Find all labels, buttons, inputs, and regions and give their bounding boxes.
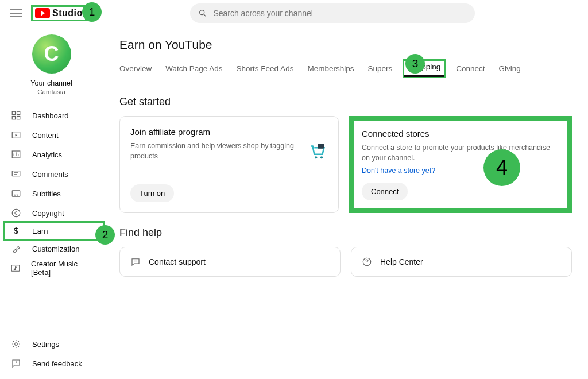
affiliate-card: Join affiliate program Earn commission a… [119,116,339,213]
sidebar-item-label: Analytics [32,150,62,159]
sidebar-item-customization[interactable]: Customization [0,239,103,258]
subtitles-icon [10,188,22,199]
channel-subtitle: Camtasia [37,88,65,95]
svg-rect-3 [12,117,15,119]
help-center-label: Help Center [380,257,423,266]
sidebar-item-label: Send feedback [32,359,82,368]
search-bar[interactable] [190,3,475,23]
sidebar-item-label: Creator Music [Beta] [31,260,92,277]
sidebar-item-label: Content [32,131,59,140]
turn-on-button[interactable]: Turn on [130,184,174,202]
chat-icon [129,256,142,268]
contact-support-label: Contact support [149,257,206,266]
youtube-play-icon [35,8,50,18]
sidebar-item-label: Settings [32,340,59,349]
studio-logo[interactable]: Studio [31,5,87,21]
tab-shopping[interactable]: Shopping [403,59,446,78]
get-started-cards: Join affiliate program Earn commission a… [119,116,572,213]
header: Studio [0,0,588,26]
svg-point-13 [315,156,317,158]
help-icon [361,256,373,268]
sidebar: C Your channel Camtasia Dashboard Conten… [0,26,103,379]
affiliate-card-title: Join affiliate program [130,127,328,137]
connected-stores-card: Connected stores Connect a store to prom… [349,116,572,213]
svg-point-9 [12,209,20,217]
help-center-card[interactable]: Help Center [351,247,572,277]
svg-rect-8 [12,191,20,197]
sidebar-item-subtitles[interactable]: Subtitles [0,184,103,203]
tab-supers[interactable]: Supers [368,61,392,82]
sidebar-item-comments[interactable]: Comments [0,164,103,184]
sidebar-item-label: Earn [32,227,48,235]
sidebar-item-content[interactable]: Content [0,125,103,145]
tab-connect[interactable]: Connect [456,61,485,82]
tab-giving[interactable]: Giving [499,61,521,82]
contact-support-card[interactable]: Contact support [119,247,341,277]
affiliate-card-desc: Earn commission and help viewers shop by… [130,141,301,161]
tabs: Overview Watch Page Ads Shorts Feed Ads … [103,61,588,82]
feedback-icon [10,358,22,369]
search-wrap [190,3,475,23]
section-find-help-title: Find help [119,227,572,239]
sidebar-bottom: Settings Send feedback [0,331,103,379]
dashboard-icon [10,110,22,121]
svg-rect-7 [12,171,20,176]
hamburger-icon [10,9,22,17]
sidebar-item-creator-music[interactable]: Creator Music [Beta] [0,258,103,278]
tab-shorts-feed-ads[interactable]: Shorts Feed Ads [237,61,294,82]
svg-point-14 [320,156,323,158]
sidebar-item-label: Comments [32,170,68,179]
connected-stores-title: Connected stores [362,129,559,138]
svg-rect-15 [318,144,324,149]
avatar-letter: C [44,42,59,66]
search-icon [198,9,207,18]
channel-title: Your channel [30,79,72,87]
hamburger-menu-button[interactable] [9,6,23,20]
section-get-started-title: Get started [119,96,572,108]
sidebar-item-copyright[interactable]: Copyright [0,203,103,223]
sidebar-item-label: Customization [32,245,79,253]
connected-stores-desc: Connect a store to promote your products… [362,143,559,163]
studio-logo-text: Studio [52,8,83,18]
earn-icon [10,225,22,237]
tab-memberships[interactable]: Memberships [307,61,354,82]
svg-point-12 [15,343,18,346]
main-content: Earn on YouTube Overview Watch Page Ads … [103,26,588,379]
sidebar-item-feedback[interactable]: Send feedback [0,354,103,373]
search-input[interactable] [213,9,467,18]
page-title: Earn on YouTube [119,38,572,52]
find-help-cards: Contact support Help Center [119,247,572,277]
svg-rect-1 [12,111,15,114]
sidebar-item-analytics[interactable]: Analytics [0,145,103,164]
customization-icon [10,243,22,254]
comments-icon [10,168,22,180]
copyright-icon [10,207,22,219]
shopping-cart-icon [307,141,328,161]
channel-profile[interactable]: C Your channel Camtasia [0,26,103,102]
no-store-link[interactable]: Don't have a store yet? [362,167,559,175]
tab-overview[interactable]: Overview [119,61,152,82]
svg-rect-2 [17,111,20,114]
sidebar-item-label: Copyright [32,209,64,218]
sidebar-nav: Dashboard Content Analytics Comments Sub… [0,102,103,331]
sidebar-item-label: Subtitles [32,190,61,198]
svg-point-0 [200,10,204,14]
avatar: C [32,34,71,74]
analytics-icon [10,149,22,160]
sidebar-item-dashboard[interactable]: Dashboard [0,106,103,125]
sidebar-item-settings[interactable]: Settings [0,334,103,354]
svg-rect-4 [17,117,20,119]
sidebar-item-earn[interactable]: Earn [3,221,105,241]
music-icon [10,262,21,274]
content-icon [10,129,22,141]
gear-icon [10,338,22,350]
tab-watch-page-ads[interactable]: Watch Page Ads [165,61,222,82]
connect-button[interactable]: Connect [362,183,408,200]
sidebar-item-label: Dashboard [32,111,69,120]
